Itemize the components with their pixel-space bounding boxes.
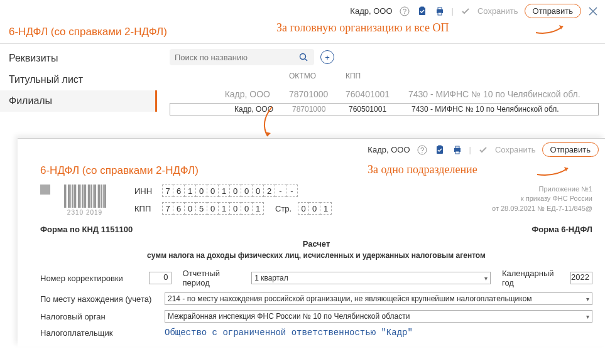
- annotation-single-branch: За одно подразделение: [368, 163, 477, 176]
- divider: |: [469, 145, 471, 154]
- close-icon[interactable]: [587, 6, 599, 17]
- search-box[interactable]: [170, 49, 314, 65]
- svg-rect-3: [420, 6, 424, 8]
- period-label: Отчетный период: [183, 269, 241, 287]
- col-oktmo: ОКТМО: [289, 72, 346, 80]
- print-icon[interactable]: [434, 6, 445, 17]
- year-input[interactable]: 2022: [570, 272, 592, 284]
- help-icon[interactable]: ?: [417, 144, 428, 156]
- plus-icon: +: [325, 53, 330, 62]
- barcode: 2310 2019: [40, 185, 119, 216]
- loc-select[interactable]: 214 - по месту нахождения российской орг…: [165, 292, 592, 305]
- send-button[interactable]: Отправить: [542, 142, 599, 157]
- divider: |: [452, 6, 454, 16]
- toolbar-form: Кадр, ООО ? | Сохранить Отправить: [18, 139, 605, 159]
- page-cells: 001: [298, 202, 332, 215]
- form-name: Форма 6-НДФЛ: [531, 225, 592, 234]
- search-input[interactable]: [175, 53, 294, 62]
- svg-rect-15: [455, 151, 459, 154]
- send-button[interactable]: Отправить: [525, 4, 581, 18]
- help-icon[interactable]: ?: [399, 6, 410, 17]
- kpp-label: КПП: [134, 204, 156, 213]
- save-button[interactable]: Сохранить: [495, 145, 536, 154]
- svg-rect-12: [438, 145, 442, 147]
- sidebar-item-requisites[interactable]: Реквизиты: [0, 48, 157, 69]
- loc-label: По месту нахождения (учета): [40, 294, 153, 304]
- form-subtitle: сумм налога на доходы физических лиц, ис…: [18, 251, 605, 266]
- year-label: Календарный год: [502, 269, 559, 287]
- svg-text:?: ?: [420, 146, 423, 154]
- clipboard-icon[interactable]: [417, 6, 428, 17]
- form-panel: Кадр, ООО ? | Сохранить Отправить 6-НДФЛ…: [18, 138, 605, 346]
- svg-rect-14: [455, 146, 459, 148]
- kpp-cells: 760501001: [162, 202, 264, 215]
- check-icon[interactable]: [460, 6, 471, 17]
- check-icon[interactable]: [477, 144, 489, 156]
- clipboard-icon[interactable]: [434, 144, 445, 156]
- save-button[interactable]: Сохранить: [477, 6, 518, 16]
- svg-line-8: [305, 59, 307, 61]
- corr-label: Номер корректировки: [40, 274, 138, 283]
- sidebar-item-branches[interactable]: Филиалы: [0, 90, 157, 112]
- payer-value: Общество с ограниченной ответственностью…: [165, 328, 413, 338]
- main-row: Реквизиты Титульный лист Филиалы + ОКТМО…: [0, 44, 605, 115]
- org-name: Кадр, ООО: [350, 6, 392, 16]
- sidebar-item-title-page[interactable]: Титульный лист: [0, 69, 157, 90]
- sidebar: Реквизиты Титульный лист Филиалы: [0, 44, 157, 115]
- inn-cells: 7610010002--: [162, 185, 298, 197]
- chevron-down-icon: ▾: [586, 296, 589, 302]
- inn-label: ИНН: [134, 186, 156, 196]
- knd-label: Форма по КНД 1151100: [40, 225, 133, 234]
- content: + ОКТМО КПП Кадр, ООО 78701000 760401001…: [157, 44, 605, 115]
- svg-point-7: [300, 54, 306, 60]
- toolbar-top: Кадр, ООО ? | Сохранить Отправить: [0, 0, 605, 21]
- column-headers: ОКТМО КПП: [170, 72, 599, 80]
- org-name: Кадр, ООО: [368, 145, 410, 154]
- chevron-down-icon: ▾: [586, 313, 589, 320]
- corr-input[interactable]: 0: [149, 272, 171, 284]
- branch-row[interactable]: Кадр, ООО 78701000 760401001 7430 - МИФН…: [170, 85, 599, 103]
- search-icon[interactable]: [298, 51, 309, 63]
- form-title: Расчет: [18, 234, 605, 251]
- print-icon[interactable]: [452, 144, 463, 156]
- tax-select[interactable]: Межрайонная инспекция ФНС России № 10 по…: [165, 310, 592, 323]
- add-button[interactable]: +: [320, 50, 334, 64]
- svg-text:?: ?: [402, 8, 406, 15]
- page-label: Стр.: [275, 204, 292, 213]
- svg-rect-6: [438, 13, 442, 15]
- form-page-title: 6-НДФЛ (со справками 2-НДФЛ): [18, 159, 605, 182]
- svg-rect-5: [438, 8, 442, 9]
- payer-label: Налогоплательщик: [40, 328, 153, 338]
- form-reference: Приложение №1 к приказу ФНС России от 28…: [492, 185, 592, 213]
- period-select[interactable]: 1 квартал▾: [251, 272, 491, 284]
- branch-row[interactable]: Кадр, ООО 78701000 760501001 7430 - МИФН…: [170, 103, 599, 115]
- tax-label: Налоговый орган: [40, 312, 153, 321]
- col-kpp: КПП: [346, 72, 402, 80]
- annotation-all-branches: За головную организацию и все ОП: [276, 21, 449, 35]
- chevron-down-icon: ▾: [484, 275, 488, 282]
